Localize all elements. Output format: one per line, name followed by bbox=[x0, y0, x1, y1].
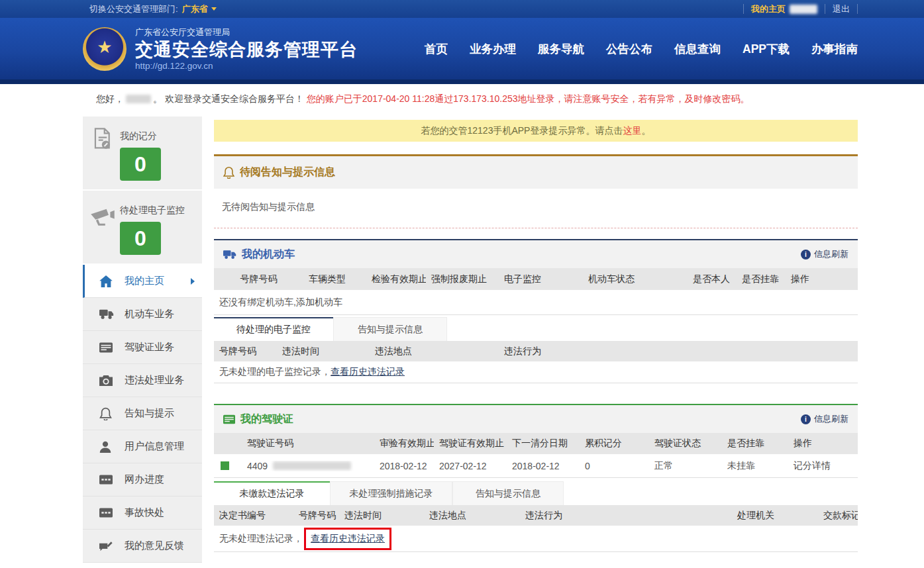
my-homepage-link[interactable]: 我的主页 bbox=[751, 3, 786, 15]
nav-item-business[interactable]: 业务办理 bbox=[470, 41, 516, 57]
sidebar-item-vehicle-services[interactable]: 机动车业务 bbox=[83, 298, 202, 331]
section-title: 我的机动车 bbox=[242, 248, 295, 261]
welcome-bar: 您好，。 欢迎登录交通安全综合服务平台！ 您的账户已于2017-04-20 11… bbox=[0, 84, 924, 117]
main-nav: 首页 业务办理 服务导航 公告公布 信息查询 APP下载 办事指南 bbox=[425, 41, 858, 57]
license-status-square bbox=[221, 461, 229, 470]
tab-vehicle-notices[interactable]: 告知与提示信息 bbox=[333, 317, 447, 341]
truck-icon bbox=[99, 308, 115, 320]
license-tabs: 未缴款违法记录 未处理强制措施记录 告知与提示信息 bbox=[214, 481, 858, 505]
col-header: 驾驶证有效期止 bbox=[434, 438, 507, 450]
refresh-info-button[interactable]: 信息刷新 bbox=[801, 248, 848, 260]
sidebar-item-violation-services[interactable]: 违法处理业务 bbox=[83, 364, 202, 397]
violations-empty-row: 无未处理违法记录， 查看历史违法记录 bbox=[214, 526, 858, 552]
view-history-violations-link[interactable]: 查看历史违法记录 bbox=[311, 533, 385, 545]
switch-department-label: 切换公安交通管理部门: bbox=[89, 3, 178, 15]
nav-item-service-guide[interactable]: 服务导航 bbox=[538, 41, 584, 57]
tab-pending-electronic-monitoring[interactable]: 待处理的电子监控 bbox=[214, 317, 333, 341]
col-header: 电子监控 bbox=[499, 273, 583, 285]
col-header: 是否挂靠 bbox=[722, 438, 788, 450]
col-header: 是否挂靠 bbox=[737, 273, 786, 285]
banner-text: 若您的交管12123手机APP登录提示异常。请点击 bbox=[421, 125, 623, 137]
license-table-header: 驾驶证号码 审验有效期止 驾驶证有效期止 下一清分日期 累积记分 驾驶证状态 是… bbox=[214, 433, 858, 454]
col-header: 违法地点 bbox=[370, 346, 499, 357]
my-points-label: 我的记分 bbox=[120, 130, 157, 142]
logout-link[interactable]: 退出 bbox=[833, 3, 850, 15]
bell-icon bbox=[99, 407, 115, 420]
points-detail-link[interactable]: 记分详情 bbox=[794, 460, 831, 471]
col-header: 审验有效期止 bbox=[374, 438, 434, 450]
vehicles-empty-row: 还没有绑定机动车, 添加机动车 bbox=[214, 290, 858, 315]
col-header: 车辆类型 bbox=[303, 273, 366, 285]
col-header: 操作 bbox=[788, 438, 858, 450]
col-header: 是否本人 bbox=[688, 273, 737, 285]
nav-item-announcements[interactable]: 公告公布 bbox=[606, 41, 652, 57]
sidebar: 我的记分 0 待处理电子监控 0 我的主页 bbox=[83, 117, 202, 563]
cctv-camera-icon bbox=[90, 208, 115, 230]
region-selector-value: 广东省 bbox=[182, 3, 208, 15]
sidebar-item-accident-quick-handle[interactable]: 事故快处 bbox=[83, 497, 202, 530]
user-icon bbox=[99, 441, 115, 453]
col-header: 决定书编号 bbox=[214, 510, 293, 522]
col-header: 累积记分 bbox=[580, 438, 649, 450]
annotation-highlight-box: 查看历史违法记录 bbox=[304, 528, 391, 550]
tab-unhandled-enforcement[interactable]: 未处理强制措施记录 bbox=[330, 481, 452, 505]
sidebar-menu: 我的主页 机动车业务 驾驶证业务 违法处理业务 bbox=[83, 265, 202, 563]
welcome-greeting: 您好， bbox=[96, 93, 124, 104]
sidebar-item-notifications[interactable]: 告知与提示 bbox=[83, 397, 202, 430]
pending-monitoring-label: 待处理电子监控 bbox=[120, 205, 185, 216]
nav-item-info-query[interactable]: 信息查询 bbox=[674, 41, 721, 57]
top-account-bar: 切换公安交通管理部门: 广东省 我的主页 退出 bbox=[0, 0, 924, 18]
section-title: 我的驾驶证 bbox=[240, 412, 293, 426]
my-points-card: 我的记分 0 bbox=[83, 117, 202, 189]
brand-block: ★ 广东省公安厅交通管理局 交通安全综合服务管理平台 http://gd.122… bbox=[83, 26, 358, 71]
col-header: 驾驶证状态 bbox=[649, 438, 722, 450]
sidebar-item-user-info[interactable]: 用户信息管理 bbox=[83, 430, 202, 463]
divider bbox=[825, 4, 825, 14]
feedback-icon bbox=[99, 540, 115, 551]
col-header: 违法行为 bbox=[499, 346, 858, 357]
license-card-icon bbox=[223, 414, 235, 424]
progress-card-icon bbox=[99, 475, 115, 485]
region-selector[interactable]: 广东省 bbox=[182, 3, 217, 15]
site-url: http://gd.122.gov.cn bbox=[135, 61, 358, 71]
next-clear-date-cell: 2018-02-12 bbox=[507, 461, 580, 471]
sidebar-item-my-homepage[interactable]: 我的主页 bbox=[83, 265, 202, 298]
site-header: ★ 广东省公安厅交通管理局 交通安全综合服务管理平台 http://gd.122… bbox=[0, 18, 924, 84]
view-history-violations-link[interactable]: 查看历史违法记录 bbox=[331, 366, 405, 378]
col-header: 号牌号码 bbox=[214, 346, 277, 357]
license-expiry-cell: 2027-02-12 bbox=[434, 461, 507, 471]
vehicles-table-header: 号牌号码 车辆类型 检验有效期止 强制报废期止 电子监控 机动车状态 是否本人 … bbox=[214, 268, 858, 290]
license-number-redacted bbox=[273, 461, 351, 470]
add-vehicle-link[interactable]: 添加机动车 bbox=[296, 297, 342, 308]
sidebar-item-online-progress[interactable]: 网办进度 bbox=[83, 463, 202, 497]
divider bbox=[857, 4, 858, 14]
notices-empty-text: 无待阅告知与提示信息 bbox=[214, 189, 858, 228]
sidebar-item-license-services[interactable]: 驾驶证业务 bbox=[83, 331, 202, 364]
divider bbox=[743, 4, 744, 14]
col-header: 驾驶证号码 bbox=[214, 438, 374, 450]
sidebar-item-feedback[interactable]: 我的意见反馈 bbox=[83, 530, 202, 563]
section-title: 待阅告知与提示信息 bbox=[240, 166, 335, 179]
pending-monitoring-value[interactable]: 0 bbox=[120, 222, 161, 255]
accident-card-icon bbox=[99, 508, 115, 518]
nav-item-home[interactable]: 首页 bbox=[425, 41, 448, 57]
col-header: 操作 bbox=[786, 273, 858, 285]
home-icon bbox=[99, 275, 115, 287]
banner-here-link[interactable]: 这里 bbox=[623, 125, 641, 137]
my-points-value[interactable]: 0 bbox=[120, 148, 161, 181]
app-login-notice-banner: 若您的交管12123手机APP登录提示异常。请点击这里。 bbox=[214, 120, 858, 142]
tab-unpaid-violations[interactable]: 未缴款违法记录 bbox=[214, 481, 330, 505]
main-content: 若您的交管12123手机APP登录提示异常。请点击这里。 待阅告知与提示信息 无… bbox=[214, 117, 858, 552]
bureau-name: 广东省公安厅交通管理局 bbox=[135, 26, 358, 38]
score-document-icon bbox=[91, 128, 114, 154]
username-redacted bbox=[126, 95, 151, 103]
welcome-text: 。 欢迎登录交通安全综合服务平台！ bbox=[153, 93, 304, 104]
pending-monitoring-card: 待处理电子监控 0 bbox=[83, 191, 202, 263]
tab-license-notices[interactable]: 告知与提示信息 bbox=[452, 481, 564, 505]
col-header: 违法地点 bbox=[424, 510, 520, 522]
nav-item-app-download[interactable]: APP下载 bbox=[743, 41, 790, 57]
camera-icon bbox=[99, 375, 115, 386]
nav-item-handbook[interactable]: 办事指南 bbox=[811, 41, 858, 57]
refresh-info-button[interactable]: 信息刷新 bbox=[801, 413, 848, 425]
badge-star-icon: ★ bbox=[97, 38, 112, 56]
